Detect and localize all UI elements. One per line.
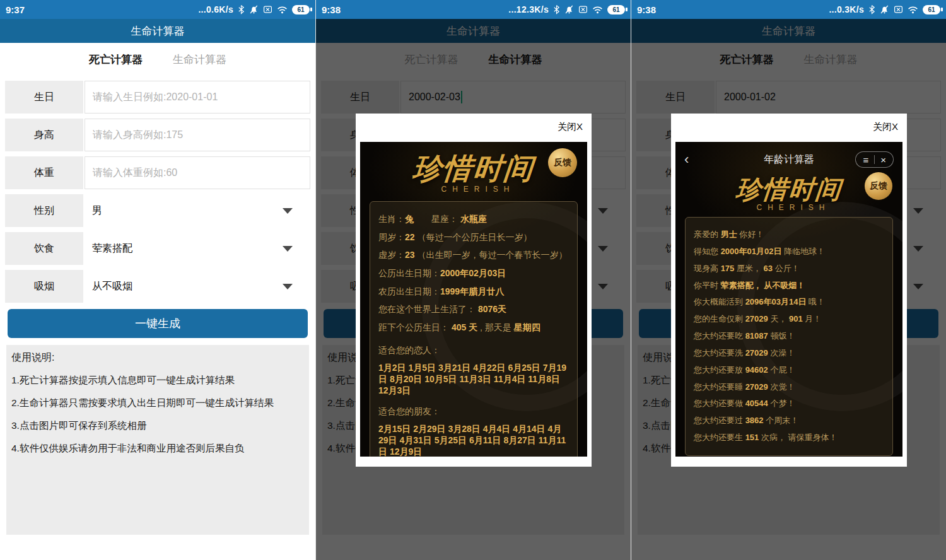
- feedback-badge[interactable]: 反馈: [865, 172, 892, 200]
- gender-select[interactable]: 男: [85, 194, 310, 227]
- wifi-icon: [277, 6, 288, 14]
- bluetooth-icon: [868, 4, 875, 15]
- instruction-item: 1.死亡计算器按提示填入信息即可一键生成计算结果: [11, 374, 304, 387]
- bluetooth-icon: [238, 4, 245, 15]
- smoking-select[interactable]: 从不吸烟: [85, 270, 310, 303]
- life-result-panel: 生肖：兔 星座： 水瓶座周岁：22 （每过一个公历生日长一岁）虚岁：23 （出生…: [370, 201, 578, 457]
- result-line: 你大概能活到 2096年03月14日 哦！: [694, 296, 884, 308]
- capsule-divider: [874, 155, 875, 164]
- cherish-brand: 珍惜时间 CHERISH 反馈: [675, 170, 902, 212]
- form-row-gender: 性别 男: [5, 194, 310, 227]
- form-row-smoking: 吸烟 从不吸烟: [5, 270, 310, 303]
- screenshot-panel-1: 9:37 ...0.6K/s 61 生命计算器 死亡计算器 生命计算器 生日 请…: [0, 0, 315, 560]
- no-sim-icon: [894, 4, 903, 15]
- battery-icon: 61: [607, 5, 625, 15]
- death-result-card-image[interactable]: ‹ 年龄计算器 ≡ × 珍惜时间 CHERISH 反馈 亲爱的 男士 你好！得知…: [675, 142, 902, 457]
- result-line: 虚岁：23 （出生即一岁，每过一个春节长一岁）: [378, 248, 569, 262]
- tab-bar: 死亡计算器 生命计算器: [0, 43, 315, 76]
- status-bar: 9:38 ...0.3K/s 61: [631, 0, 946, 19]
- birthday-label: 生日: [5, 81, 83, 114]
- result-line: 您大约还要吃 81087 顿饭！: [694, 330, 884, 342]
- result-line: 你平时 荤素搭配， 从不吸烟！: [694, 280, 884, 292]
- bell-muted-icon: [249, 4, 259, 15]
- network-speed: ...0.6K/s: [198, 4, 233, 15]
- result-line: 周岁：22 （每过一个公历生日长一岁）: [378, 231, 569, 245]
- chevron-down-icon: [283, 284, 293, 289]
- instruction-item: 2.生命计算器只需按要求填入出生日期即可一键生成计算结果: [11, 397, 304, 410]
- close-icon: ×: [880, 155, 886, 165]
- death-result-modal: 关闭X ‹ 年龄计算器 ≡ × 珍惜时间 CHERISH 反馈 亲爱的 男士 你: [671, 114, 907, 467]
- clock: 9:38: [637, 4, 656, 15]
- modal-close-button[interactable]: 关闭X: [671, 114, 907, 138]
- chevron-down-icon: [283, 208, 293, 214]
- smoking-value: 从不吸烟: [92, 280, 132, 293]
- result-line: 现身高 175 厘米， 63 公斤！: [694, 263, 884, 275]
- screenshot-panel-2: 9:38 ...12.3K/s 61 生命计算器 死亡计算器 生命计算器 生日 …: [315, 0, 631, 560]
- life-result-modal: 关闭X 珍惜时间 CHERISH 反馈 生肖：兔 星座： 水瓶座周岁：22 （每…: [356, 114, 592, 467]
- page-title: 生命计算器: [131, 24, 185, 38]
- result-line: 您大约还要生 151 次病， 请保重身体！: [694, 432, 884, 444]
- result-line: 适合您的朋友：: [378, 405, 569, 419]
- result-line: 您大约还要放 94602 个屁！: [694, 365, 884, 376]
- form-row-height: 身高 请输入身高例如:175: [5, 119, 310, 151]
- result-line: 农历出生日期：1999年腊月廿八: [378, 285, 569, 299]
- modal-close-button[interactable]: 关闭X: [356, 114, 592, 138]
- height-label: 身高: [5, 119, 83, 151]
- clock: 9:38: [322, 4, 341, 15]
- gender-label: 性别: [5, 194, 83, 227]
- smoking-label: 吸烟: [5, 270, 83, 303]
- no-sim-icon: [263, 4, 272, 15]
- gender-value: 男: [92, 204, 102, 218]
- menu-icon: ≡: [863, 155, 868, 165]
- weight-label: 体重: [5, 156, 83, 189]
- bluetooth-icon: [553, 4, 560, 15]
- instruction-item: 4.软件仅供娱乐请勿用于非法和商业用途否则后果自负: [11, 442, 304, 455]
- result-line: 您在这个世界上生活了： 8076天: [378, 303, 569, 317]
- miniprogram-header: ‹ 年龄计算器 ≡ ×: [675, 149, 902, 170]
- cherish-brand: 珍惜时间 CHERISH 反馈: [360, 142, 587, 194]
- diet-select[interactable]: 荤素搭配: [85, 232, 310, 265]
- form-row-weight: 体重 请输入体重例如:60: [5, 156, 310, 189]
- clock: 9:37: [6, 4, 25, 15]
- height-input[interactable]: 请输入身高例如:175: [85, 119, 310, 151]
- diet-label: 饮食: [5, 232, 83, 265]
- result-line: 您大约还要做 40544 个梦！: [694, 398, 884, 410]
- weight-input[interactable]: 请输入体重例如:60: [85, 156, 310, 189]
- miniprogram-capsule: ≡ ×: [855, 151, 894, 168]
- app-header: 生命计算器: [0, 19, 315, 43]
- screenshot-panel-3: 9:38 ...0.3K/s 61 生命计算器 死亡计算器 生命计算器 生日 2…: [631, 0, 946, 560]
- result-line: 亲爱的 男士 你好！: [694, 229, 884, 241]
- bell-muted-icon: [880, 4, 889, 15]
- battery-icon: 61: [923, 5, 940, 15]
- diet-value: 荤素搭配: [92, 242, 132, 255]
- form-row-diet: 饮食 荤素搭配: [5, 232, 310, 265]
- tab-death-calculator[interactable]: 死亡计算器: [89, 52, 143, 67]
- generate-button[interactable]: 一键生成: [8, 309, 308, 338]
- battery-percent: 61: [612, 6, 619, 13]
- wifi-icon: [592, 6, 603, 14]
- chevron-down-icon: [283, 246, 293, 252]
- composite-screenshot: 9:37 ...0.6K/s 61 生命计算器 死亡计算器 生命计算器 生日 请…: [0, 0, 946, 560]
- result-line: 您大约还要洗 27029 次澡！: [694, 347, 884, 359]
- result-line: 1月2日 1月5日 3月21日 4月22日 6月25日 7月19日 8月20日 …: [378, 362, 569, 397]
- result-line: 2月15日 2月29日 3月28日 4月4日 4月14日 4月29日 4月31日…: [378, 423, 569, 457]
- no-sim-icon: [578, 4, 588, 15]
- wifi-icon: [908, 6, 918, 14]
- bell-muted-icon: [564, 4, 574, 15]
- battery-percent: 61: [297, 6, 304, 13]
- instructions-title: 使用说明:: [11, 351, 304, 365]
- life-result-card-image[interactable]: 珍惜时间 CHERISH 反馈 生肖：兔 星座： 水瓶座周岁：22 （每过一个公…: [360, 142, 587, 457]
- death-result-panel: 亲爱的 男士 你好！得知您 2000年01月02日 降临地球！现身高 175 厘…: [685, 217, 893, 456]
- status-bar: 9:37 ...0.6K/s 61: [0, 0, 315, 19]
- input-form: 生日 请输入生日例如:2020-01-01 身高 请输入身高例如:175 体重 …: [0, 76, 315, 303]
- result-line: 适合您的恋人：: [378, 344, 569, 358]
- birthday-placeholder: 请输入生日例如:2020-01-01: [93, 91, 218, 104]
- battery-icon: 61: [292, 5, 310, 15]
- feedback-badge[interactable]: 反馈: [548, 148, 577, 177]
- result-line: 您的生命仅剩 27029 天， 901 月！: [694, 313, 884, 325]
- network-speed: ...12.3K/s: [508, 4, 549, 15]
- tab-life-calculator[interactable]: 生命计算器: [173, 52, 226, 67]
- weight-placeholder: 请输入体重例如:60: [93, 166, 177, 180]
- birthday-input[interactable]: 请输入生日例如:2020-01-01: [85, 81, 310, 114]
- result-line: 得知您 2000年01月02日 降临地球！: [694, 246, 884, 258]
